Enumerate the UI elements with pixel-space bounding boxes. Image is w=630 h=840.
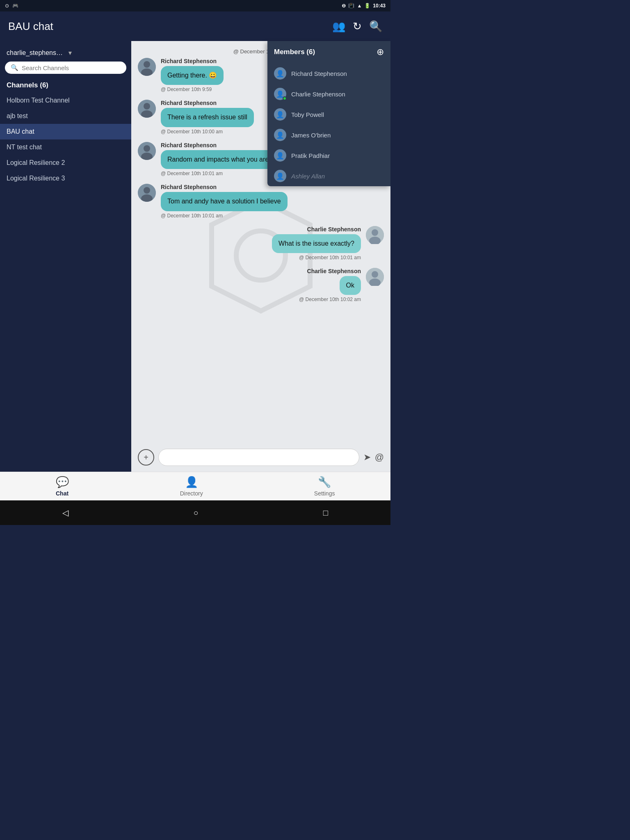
message-sender-2: Richard Stephenson [161,100,254,106]
member-avatar-5: 👤 [274,170,286,182]
chat-nav-label: Chat [56,490,68,497]
directory-nav-label: Directory [180,490,203,497]
home-button[interactable]: ○ [193,508,198,518]
chevron-down-icon: ▼ [67,50,125,56]
nav-directory[interactable]: 👤 Directory [168,473,215,499]
person-icon-3: 👤 [276,131,284,139]
message-time-4: @ December 10th 10:01 am [161,213,288,219]
search-channels-input[interactable] [22,64,121,71]
user-row[interactable]: charlie_stephenson... ▼ [0,46,131,62]
member-item-1: 👤 Charlie Stephenson [267,84,390,104]
search-header-icon[interactable]: 🔍 [369,20,382,33]
svg-point-3 [144,61,150,68]
message-bubble-1: Getting there. 😀 [161,66,224,85]
svg-point-6 [144,103,150,110]
member-name-4: Pratik Padhiar [291,152,330,159]
status-bar-right: ⊖ 📳 ▲ 🔋 10:43 [342,3,386,9]
person-icon-2: 👤 [276,111,284,119]
battery-icon: 🔋 [364,3,370,9]
message-sender-1: Richard Stephenson [161,58,224,64]
svg-point-18 [372,271,378,278]
message-row-4: Richard Stephenson Tom and andy have a s… [138,184,384,218]
channel-item-lr3[interactable]: Logical Resilience 3 [0,171,131,186]
member-name-5: Ashley Allan [291,173,325,180]
app-title: BAU chat [8,20,53,33]
message-time-6: @ December 10th 10:02 am [299,297,361,302]
message-bubble-5: What is the issue exactly? [272,234,361,253]
channel-item-holborn[interactable]: Holborn Test Channel [0,93,131,108]
search-box: 🔍 [5,62,126,74]
message-bubble-2: There is a refresh issue still [161,108,254,127]
channel-item-nt[interactable]: NT test chat [0,139,131,155]
message-content-6: Charlie Stephenson Ok @ December 10th 10… [299,268,361,302]
avatar-charlie-2 [366,268,384,286]
person-icon-5: 👤 [276,172,284,180]
settings-nav-label: Settings [314,490,335,497]
message-content-4: Richard Stephenson Tom and andy have a s… [161,184,288,218]
member-item-5: 👤 Ashley Allan [267,166,390,186]
at-icon[interactable]: @ [375,452,384,463]
nav-chat[interactable]: 💬 Chat [43,473,81,499]
members-header: Members (6) ⊕ [267,41,390,63]
status-bar-left: ⊙ 🎮 [5,3,18,9]
message-sender-6: Charlie Stephenson [307,268,361,274]
refresh-icon[interactable]: ↻ [353,20,362,33]
directory-nav-icon: 👤 [185,476,198,488]
input-area: + ➤ @ [131,445,390,472]
member-avatar-1: 👤 [274,88,286,100]
message-content-1: Richard Stephenson Getting there. 😀 @ De… [161,58,224,92]
svg-point-12 [144,187,150,194]
member-avatar-3: 👤 [274,129,286,141]
status-bar: ⊙ 🎮 ⊖ 📳 ▲ 🔋 10:43 [0,0,390,11]
app-header: BAU chat 👥 ↻ 🔍 [0,11,390,41]
settings-nav-icon: 🔧 [318,476,331,488]
members-dropdown: Members (6) ⊕ 👤 Richard Stephenson 👤 Cha… [267,41,390,186]
channel-item-bau[interactable]: BAU chat [0,124,131,139]
svg-point-9 [144,145,150,152]
message-sender-5: Charlie Stephenson [307,226,361,233]
person-icon-4: 👤 [276,152,284,160]
message-row-5: Charlie Stephenson What is the issue exa… [138,226,384,260]
member-item-3: 👤 James O'brien [267,125,390,145]
online-indicator-1 [283,96,287,100]
avatar-richard-1 [138,58,156,76]
message-content-5: Charlie Stephenson What is the issue exa… [272,226,361,260]
member-avatar-0: 👤 [274,67,286,80]
vibrate-icon: 📳 [348,3,354,9]
svg-point-15 [372,229,378,236]
avatar-charlie-1 [366,226,384,244]
message-time-5: @ December 10th 10:01 am [299,255,361,260]
send-icon[interactable]: ➤ [363,452,371,463]
avatar-richard-4 [138,184,156,202]
message-bubble-6: Ok [340,276,361,295]
message-bubble-4: Tom and andy have a solution I believe [161,192,288,211]
username: charlie_stephenson... [7,49,64,57]
back-button[interactable]: ◁ [62,508,68,518]
member-name-3: James O'brien [291,132,331,139]
person-icon-0: 👤 [276,70,284,78]
channel-item-ajb[interactable]: ajb test [0,108,131,124]
search-icon: 🔍 [11,64,18,71]
sidebar: charlie_stephenson... ▼ 🔍 Channels (6) H… [0,41,131,472]
nav-settings[interactable]: 🔧 Settings [302,473,347,499]
header-icons: 👥 ↻ 🔍 [332,20,382,33]
android-nav: ◁ ○ □ [0,500,390,525]
app-icon-2: 🎮 [12,3,18,9]
app-icon-1: ⊙ [5,3,9,9]
add-member-button[interactable]: ⊕ [377,47,384,57]
channel-item-lr2[interactable]: Logical Resilience 2 [0,155,131,171]
channels-header: Channels (6) [0,79,131,93]
wifi-icon: ▲ [357,3,362,9]
bottom-nav: 💬 Chat 👤 Directory 🔧 Settings [0,472,390,500]
member-name-2: Toby Powell [291,111,324,118]
member-item-0: 👤 Richard Stephenson [267,63,390,84]
recent-button[interactable]: □ [323,508,328,518]
chat-area: Members (6) ⊕ 👤 Richard Stephenson 👤 Cha… [131,41,390,472]
add-button[interactable]: + [138,449,154,466]
message-time-2: @ December 10th 10:00 am [161,129,254,135]
people-icon[interactable]: 👥 [332,20,345,33]
message-input[interactable] [158,449,359,466]
member-item-2: 👤 Toby Powell [267,104,390,125]
avatar-richard-2 [138,100,156,118]
member-avatar-2: 👤 [274,108,286,121]
